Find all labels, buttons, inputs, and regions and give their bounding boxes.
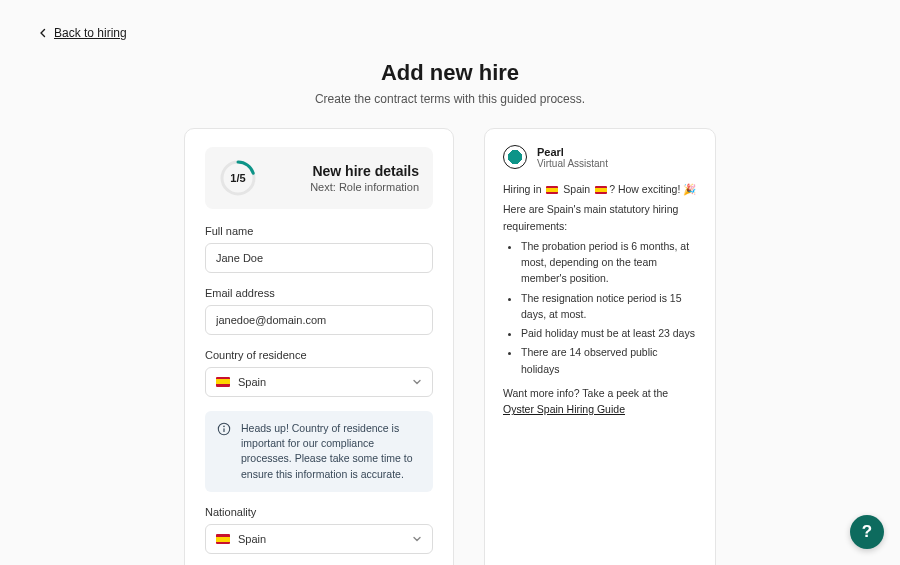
spain-flag-icon: [546, 186, 558, 194]
progress-ring: 1/5: [219, 159, 257, 197]
page-subtitle: Create the contract terms with this guid…: [0, 92, 900, 106]
full-name-input[interactable]: [205, 243, 433, 273]
chevron-left-icon: [38, 28, 48, 38]
assistant-name: Pearl: [537, 146, 608, 158]
svg-rect-4: [223, 428, 224, 432]
list-item: There are 14 observed public holidays: [521, 344, 697, 377]
nationality-value: Spain: [238, 533, 266, 545]
hiring-guide-link[interactable]: Oyster Spain Hiring Guide: [503, 403, 625, 415]
help-button[interactable]: ?: [850, 515, 884, 549]
step-header: 1/5 New hire details Next: Role informat…: [205, 147, 433, 209]
list-item: Paid holiday must be at least 23 days: [521, 325, 697, 341]
country-value: Spain: [238, 376, 266, 388]
step-next-label: Next: Role information: [310, 181, 419, 193]
spain-flag-icon: [216, 534, 230, 544]
assistant-intro: Hiring in Spain ? How exciting! 🎉: [503, 181, 697, 197]
spain-flag-icon: [595, 186, 607, 194]
help-icon: ?: [862, 522, 872, 542]
back-label: Back to hiring: [54, 26, 127, 40]
country-select[interactable]: Spain: [205, 367, 433, 397]
chevron-down-icon: [412, 377, 422, 387]
info-banner: Heads up! Country of residence is import…: [205, 411, 433, 492]
progress-label: 1/5: [219, 159, 257, 197]
assistant-avatar-icon: [503, 145, 527, 169]
country-label: Country of residence: [205, 349, 433, 361]
svg-point-3: [223, 426, 225, 428]
back-to-hiring-link[interactable]: Back to hiring: [38, 26, 127, 40]
assistant-role: Virtual Assistant: [537, 158, 608, 169]
spain-flag-icon: [216, 377, 230, 387]
assistant-req-intro: Here are Spain's main statutory hiring r…: [503, 201, 697, 234]
info-banner-text: Heads up! Country of residence is import…: [241, 421, 421, 482]
full-name-label: Full name: [205, 225, 433, 237]
nationality-label: Nationality: [205, 506, 433, 518]
list-item: The probation period is 6 months, at mos…: [521, 238, 697, 287]
step-title: New hire details: [310, 163, 419, 179]
assistant-bullets: The probation period is 6 months, at mos…: [503, 238, 697, 377]
chevron-down-icon: [412, 534, 422, 544]
email-label: Email address: [205, 287, 433, 299]
email-input[interactable]: [205, 305, 433, 335]
list-item: The resignation notice period is 15 days…: [521, 290, 697, 323]
page-title: Add new hire: [0, 60, 900, 86]
nationality-select[interactable]: Spain: [205, 524, 433, 554]
assistant-card: Pearl Virtual Assistant Hiring in Spain …: [484, 128, 716, 565]
form-card: 1/5 New hire details Next: Role informat…: [184, 128, 454, 565]
assistant-more-info: Want more info? Take a peek at the Oyste…: [503, 385, 697, 418]
info-icon: [217, 422, 231, 436]
